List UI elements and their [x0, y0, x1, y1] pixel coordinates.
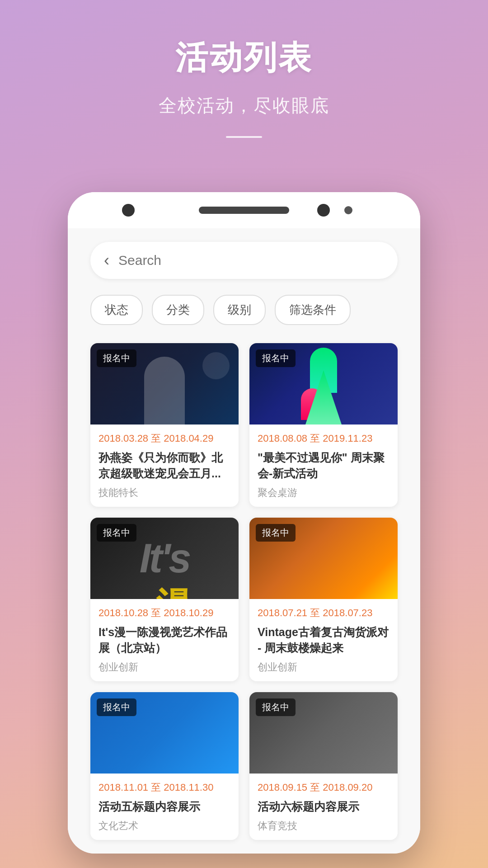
- card-overlay-text: It's: [140, 535, 189, 582]
- activity-image: 报名中: [249, 692, 398, 774]
- status-badge: 报名中: [97, 524, 136, 542]
- activity-card[interactable]: 报名中 2018.08.08 至 2019.11.23 "最美不过遇见你" 周末…: [249, 343, 398, 507]
- activity-info: 2018.07.21 至 2018.07.23 Vintage古着复古淘货派对 …: [249, 599, 398, 681]
- activity-category: 文化艺术: [99, 819, 230, 833]
- card-art: [296, 348, 351, 420]
- activity-category: 技能特长: [99, 486, 230, 500]
- card-figure: [144, 357, 185, 425]
- header-divider: [226, 136, 262, 138]
- activity-info: 2018.10.28 至 2018.10.29 It's漫一陈漫视觉艺术作品展（…: [90, 599, 239, 681]
- page-header: 活动列表 全校活动，尽收眼底: [0, 0, 488, 192]
- status-badge: 报名中: [97, 349, 136, 367]
- activity-info: 2018.03.28 至 2018.04.29 孙燕姿《只为你而歌》北京超级歌迷…: [90, 425, 239, 507]
- activity-card[interactable]: 报名中 It's 漫 2018.10.28 至 2018.10.29 It's漫…: [90, 518, 239, 681]
- activity-category: 创业创新: [258, 660, 389, 674]
- activity-title: 活动五标题内容展示: [99, 799, 230, 815]
- filter-level[interactable]: 级别: [213, 295, 266, 325]
- back-button[interactable]: ‹: [104, 251, 109, 270]
- phone-frame: ‹ 状态 分类 级别 筛选条件 报名中 2018.03.28 至 2018.04…: [68, 192, 420, 854]
- status-badge: 报名中: [256, 349, 296, 367]
- activity-date: 2018.08.08 至 2019.11.23: [258, 432, 389, 445]
- activity-card[interactable]: 报名中 2018.09.15 至 2018.09.20 活动六标题内容展示 体育…: [249, 692, 398, 840]
- activity-title: Vintage古着复古淘货派对 - 周末鼓楼燥起来: [258, 624, 389, 656]
- filter-category[interactable]: 分类: [152, 295, 204, 325]
- activity-image: 报名中 It's 漫: [90, 518, 239, 599]
- filter-conditions[interactable]: 筛选条件: [275, 295, 351, 325]
- phone-top-bar: [68, 192, 420, 228]
- phone-camera-left: [122, 204, 135, 217]
- filter-status[interactable]: 状态: [90, 295, 143, 325]
- activity-image: 报名中: [90, 343, 239, 425]
- activity-title: 孙燕姿《只为你而歌》北京超级歌迷宠见会五月...: [99, 450, 230, 481]
- activity-info: 2018.11.01 至 2018.11.30 活动五标题内容展示 文化艺术: [90, 774, 239, 840]
- activity-card[interactable]: 报名中 2018.03.28 至 2018.04.29 孙燕姿《只为你而歌》北京…: [90, 343, 239, 507]
- activity-info: 2018.09.15 至 2018.09.20 活动六标题内容展示 体育竞技: [249, 774, 398, 840]
- filter-row: 状态 分类 级别 筛选条件: [90, 295, 398, 325]
- phone-content: ‹ 状态 分类 级别 筛选条件 报名中 2018.03.28 至 2018.04…: [68, 228, 420, 854]
- activity-card[interactable]: 报名中 2018.07.21 至 2018.07.23 Vintage古着复古淘…: [249, 518, 398, 681]
- page-title: 活动列表: [175, 36, 313, 80]
- phone-speaker: [199, 207, 289, 214]
- activity-image: 报名中: [249, 518, 398, 599]
- activity-date: 2018.07.21 至 2018.07.23: [258, 606, 389, 620]
- activity-title: "最美不过遇见你" 周末聚会-新式活动: [258, 450, 389, 481]
- activity-title: It's漫一陈漫视觉艺术作品展（北京站）: [99, 624, 230, 656]
- activity-grid: 报名中 2018.03.28 至 2018.04.29 孙燕姿《只为你而歌》北京…: [90, 343, 398, 840]
- activity-image: 报名中: [249, 343, 398, 425]
- activity-image: 报名中: [90, 692, 239, 774]
- activity-card[interactable]: 报名中 2018.11.01 至 2018.11.30 活动五标题内容展示 文化…: [90, 692, 239, 840]
- status-badge: 报名中: [256, 698, 296, 716]
- activity-date: 2018.03.28 至 2018.04.29: [99, 432, 230, 445]
- activity-date: 2018.11.01 至 2018.11.30: [99, 781, 230, 794]
- phone-sensor: [344, 206, 352, 214]
- activity-date: 2018.10.28 至 2018.10.29: [99, 606, 230, 620]
- activity-category: 创业创新: [99, 660, 230, 674]
- search-input[interactable]: [118, 253, 384, 268]
- activity-info: 2018.08.08 至 2019.11.23 "最美不过遇见你" 周末聚会-新…: [249, 425, 398, 507]
- page-subtitle: 全校活动，尽收眼底: [159, 93, 329, 118]
- search-bar: ‹: [90, 242, 398, 279]
- activity-title: 活动六标题内容展示: [258, 799, 389, 815]
- activity-category: 聚会桌游: [258, 486, 389, 500]
- phone-camera-right: [317, 204, 330, 217]
- status-badge: 报名中: [256, 524, 296, 542]
- activity-date: 2018.09.15 至 2018.09.20: [258, 781, 389, 794]
- activity-category: 体育竞技: [258, 819, 389, 833]
- status-badge: 报名中: [97, 698, 136, 716]
